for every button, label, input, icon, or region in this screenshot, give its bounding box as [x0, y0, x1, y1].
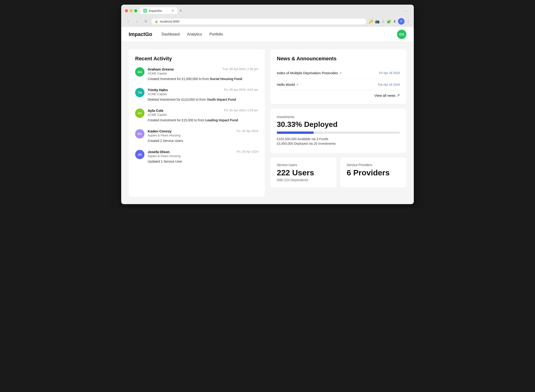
activity-time: Fri, 26 Apr 2024: [237, 129, 258, 133]
service-providers-card: Service Providers 6 Providers: [340, 158, 406, 187]
close-button[interactable]: [125, 9, 128, 12]
news-title: News & Announcements: [277, 56, 400, 62]
news-link-0[interactable]: Index of Multiple Deprivation Postcodes …: [277, 71, 342, 75]
address-bar[interactable]: 🔒 localhost:3000: [151, 19, 366, 24]
favicon-text: IG: [144, 9, 147, 12]
progress-bar-fill: [277, 131, 314, 134]
activity-item: AC Ayla Cole Fri, 26 Apr 2024, 1:29 am A…: [135, 108, 258, 123]
main-content: Recent Activity GG Graham Greene Tue, 30…: [121, 42, 414, 204]
app-logo[interactable]: ImpactGo: [129, 31, 152, 37]
activity-time: Fri, 26 Apr 2024, 1:29 am: [224, 108, 258, 112]
external-link-icon-1: ↗: [296, 83, 298, 86]
activity-name: Graham Greene: [148, 67, 174, 71]
lock-icon: 🔒: [155, 20, 158, 23]
right-column: News & Announcements Index of Multiple D…: [270, 49, 406, 197]
avatar-kc: KC: [135, 129, 144, 139]
service-users-label: Service Users: [277, 163, 330, 167]
activity-body: Kaden Conroy Fri, 26 Apr 2024 Apples & P…: [148, 129, 258, 143]
activity-item: TH Trinity Hahn Fri, 26 Apr 2024, 9:02 a…: [135, 88, 258, 102]
avatar-th: TH: [135, 88, 144, 97]
news-date-0: Fri Apr 26 2024: [379, 71, 400, 75]
user-avatar[interactable]: GG: [397, 30, 406, 39]
investments-deployed: £3,450,000 Deployed via 20 Investments: [277, 142, 400, 145]
service-users-sub: With 223 Dependents: [277, 178, 330, 182]
address-bar-row: ‹ › ↻ 🔒 localhost:3000 🔑 📺 ☆ 🧩 ⬇ G ⋮: [121, 17, 414, 27]
avatar-ac: AC: [135, 108, 144, 118]
progress-bar-bg: [277, 131, 400, 134]
news-item-0: Index of Multiple Deprivation Postcodes …: [277, 67, 400, 79]
activity-name: Kaden Conroy: [148, 129, 172, 133]
avatar-gg: GG: [135, 67, 144, 77]
view-all-news-button[interactable]: View all news ↗: [277, 93, 400, 98]
service-providers-value: 6 Providers: [347, 168, 400, 177]
activity-body: Graham Greene Tue, 30 Apr 2024, 2:39 pm …: [148, 67, 258, 81]
tab-bar: IG ImpactGo ✕ +: [140, 7, 400, 14]
avatar-jo: JO: [135, 150, 144, 159]
tab-title: ImpactGo: [149, 9, 162, 13]
app-nav: ImpactGo Dashboard Analytics Portfolio G…: [121, 27, 414, 42]
forward-button[interactable]: ›: [134, 18, 140, 25]
service-users-card: Service Users 222 Users With 223 Depende…: [270, 158, 336, 187]
activity-item: KC Kaden Conroy Fri, 26 Apr 2024 Apples …: [135, 129, 258, 143]
news-card: News & Announcements Index of Multiple D…: [270, 49, 406, 104]
nav-analytics[interactable]: Analytics: [187, 32, 202, 36]
tab-close-button[interactable]: ✕: [172, 9, 174, 12]
bookmark-icon[interactable]: ☆: [382, 19, 385, 24]
activity-header: Graham Greene Tue, 30 Apr 2024, 2:39 pm: [148, 67, 258, 71]
activity-name: Trinity Hahn: [148, 88, 168, 92]
activity-header: Trinity Hahn Fri, 26 Apr 2024, 9:02 am: [148, 88, 258, 92]
investments-label: Investments: [277, 115, 400, 119]
profile-button[interactable]: G: [398, 18, 405, 25]
window-menu[interactable]: ⌄: [403, 9, 410, 12]
activity-item: GG Graham Greene Tue, 30 Apr 2024, 2:39 …: [135, 67, 258, 81]
extensions-icon[interactable]: 🧩: [387, 19, 391, 24]
activity-org: ACME Capital: [148, 72, 258, 75]
activity-item: JO Josefa Olson Fri, 26 Apr 2024 Apples …: [135, 150, 258, 164]
activity-desc: Created 2 Service Users: [148, 139, 258, 143]
investments-card: Investments 30.33% Deployed £103,500,000…: [270, 108, 406, 153]
minimize-button[interactable]: [129, 9, 133, 12]
stats-row: Service Users 222 Users With 223 Depende…: [270, 158, 406, 187]
activity-desc: Created Investment for £1,000,000 to fro…: [148, 77, 258, 81]
activity-name: Ayla Cole: [148, 108, 163, 112]
activity-desc: Created Investment for £15,000 to from L…: [148, 118, 258, 123]
cast-icon[interactable]: 📺: [375, 19, 380, 24]
news-link-1[interactable]: Hello World ↗: [277, 83, 298, 87]
downloads-icon[interactable]: ⬇: [393, 19, 396, 24]
news-label-0: Index of Multiple Deprivation Postcodes: [277, 71, 338, 75]
activity-org: Apples & Pears Housing: [148, 134, 258, 137]
investments-pct: 30.33% Deployed: [277, 120, 400, 129]
news-date-1: Tue Apr 16 2024: [377, 83, 400, 86]
nav-portfolio[interactable]: Portfolio: [210, 32, 223, 36]
activity-time: Tue, 30 Apr 2024, 2:39 pm: [223, 67, 258, 71]
active-tab[interactable]: IG ImpactGo ✕: [140, 7, 177, 14]
external-link-icon-0: ↗: [339, 71, 342, 75]
activity-org: Apples & Pears Housing: [148, 154, 258, 158]
activity-header: Josefa Olson Fri, 26 Apr 2024: [148, 150, 258, 154]
recent-activity-card: Recent Activity GG Graham Greene Tue, 30…: [129, 49, 265, 197]
activity-time: Fri, 26 Apr 2024, 9:02 am: [224, 88, 258, 91]
news-label-1: Hello World: [277, 83, 295, 87]
menu-button[interactable]: ⋮: [406, 19, 410, 24]
activity-org: ACME Capital: [148, 92, 258, 96]
browser-titlebar: IG ImpactGo ✕ + ⌄: [121, 5, 414, 17]
service-users-value: 222 Users: [277, 168, 330, 177]
activity-body: Trinity Hahn Fri, 26 Apr 2024, 9:02 am A…: [148, 88, 258, 102]
app-container: ImpactGo Dashboard Analytics Portfolio G…: [121, 27, 414, 204]
tab-favicon: IG: [143, 9, 147, 13]
maximize-button[interactable]: [134, 9, 137, 12]
browser-actions: 🔑 📺 ☆ 🧩 ⬇ G ⋮: [368, 18, 410, 25]
activity-org: ACME Capital: [148, 113, 258, 117]
activity-header: Ayla Cole Fri, 26 Apr 2024, 1:29 am: [148, 108, 258, 112]
activity-header: Kaden Conroy Fri, 26 Apr 2024: [148, 129, 258, 133]
traffic-lights: [125, 9, 137, 12]
back-button[interactable]: ‹: [125, 18, 131, 25]
password-icon[interactable]: 🔑: [368, 19, 373, 24]
nav-dashboard[interactable]: Dashboard: [161, 32, 180, 36]
activity-desc: Deleted Investment for £110,000 to from …: [148, 97, 258, 102]
view-all-news-label: View all news: [374, 93, 396, 98]
activity-body: Ayla Cole Fri, 26 Apr 2024, 1:29 am ACME…: [148, 108, 258, 123]
new-tab-button[interactable]: +: [178, 8, 183, 13]
reload-button[interactable]: ↻: [143, 18, 149, 25]
profile-initial: G: [400, 20, 402, 23]
